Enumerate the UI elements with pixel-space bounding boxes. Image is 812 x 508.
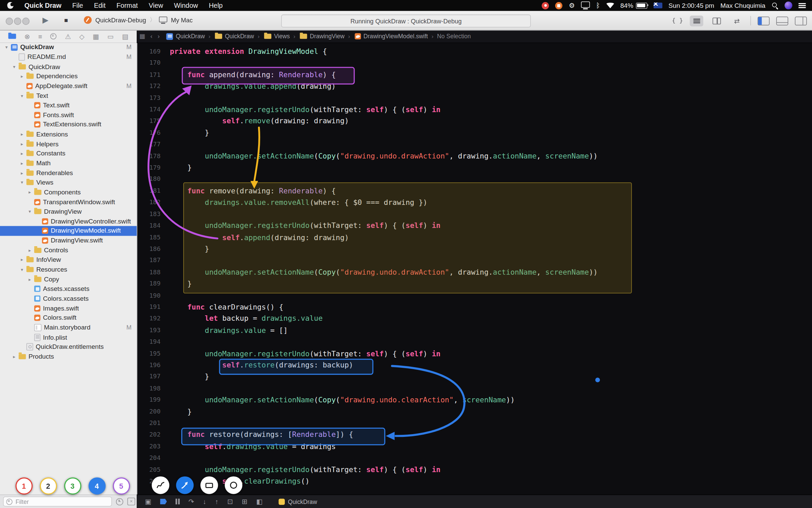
quickdraw-color-button-1[interactable]: 1 bbox=[15, 478, 32, 495]
disclosure-triangle[interactable]: ▸ bbox=[19, 141, 25, 146]
status-orange-app-icon[interactable] bbox=[555, 2, 562, 9]
code-line-185[interactable]: 185 self.append(drawing: drawing) bbox=[137, 231, 812, 243]
status-red-app-icon[interactable] bbox=[542, 2, 549, 9]
back-button[interactable]: ‹ bbox=[150, 33, 152, 40]
sidebar-item-drawingview-swift[interactable]: DrawingView.swift bbox=[0, 236, 137, 246]
disclosure-triangle[interactable]: ▸ bbox=[19, 257, 25, 262]
code-line-197[interactable]: 197 } bbox=[137, 371, 812, 382]
process-label[interactable]: QuickDraw bbox=[278, 499, 317, 505]
filter-input[interactable] bbox=[15, 498, 89, 505]
breadcrumb-item-no-selection[interactable]: No Selection bbox=[437, 33, 471, 39]
disclosure-triangle[interactable]: ▾ bbox=[3, 45, 10, 50]
code-editor[interactable]: 169private extension DrawingViewModel {1… bbox=[137, 43, 812, 495]
code-line-202[interactable]: 202 func restore(drawings: [Renderable])… bbox=[137, 429, 812, 440]
sidebar-item-extensions[interactable]: ▸Extensions bbox=[0, 129, 137, 139]
sidebar-item-views[interactable]: ▾Views bbox=[0, 178, 137, 188]
menu-format[interactable]: Format bbox=[116, 2, 138, 9]
code-line-189[interactable]: 189 } bbox=[137, 278, 812, 290]
code-line-184[interactable]: 184 undoManager.registerUndo(withTarget:… bbox=[137, 220, 812, 231]
code-line-177[interactable]: 177 bbox=[137, 139, 812, 150]
clear-filter-icon[interactable]: × bbox=[128, 498, 135, 505]
code-line-183[interactable]: 183 bbox=[137, 208, 812, 220]
display-icon[interactable] bbox=[581, 2, 590, 8]
code-review-icon[interactable]: { } bbox=[672, 17, 683, 24]
sidebar-item-images-swift[interactable]: Images.swift bbox=[0, 303, 137, 313]
disclosure-triangle[interactable]: ▾ bbox=[19, 180, 25, 185]
disclosure-triangle[interactable]: ▸ bbox=[26, 248, 33, 253]
sidebar-item-text-swift[interactable]: Text.swift bbox=[0, 101, 137, 110]
sidebar-item-drawingviewcontroller-swift[interactable]: DrawingViewController.swift bbox=[0, 216, 137, 226]
tab-debug[interactable]: ▦ bbox=[93, 33, 99, 40]
toggle-navigator-button[interactable] bbox=[758, 16, 769, 25]
code-line-195[interactable]: 195 undoManager.registerUndo(withTarget:… bbox=[137, 347, 812, 359]
run-button[interactable]: ▶ bbox=[43, 16, 49, 25]
sidebar-item-fonts-swift[interactable]: Fonts.swift bbox=[0, 110, 137, 120]
siri-icon[interactable] bbox=[785, 2, 792, 9]
scribble-tool-button[interactable] bbox=[152, 477, 169, 494]
step-into-icon[interactable]: ↓ bbox=[203, 498, 206, 505]
code-line-200[interactable]: 200 } bbox=[137, 406, 812, 417]
code-line-203[interactable]: 203 self.drawings.value = drawings bbox=[137, 441, 812, 452]
arrow-tool-button[interactable] bbox=[176, 477, 194, 494]
sidebar-item-readme-md[interactable]: README.mdM bbox=[0, 52, 137, 62]
quickdraw-color-button-3[interactable]: 3 bbox=[64, 478, 81, 495]
user-menu[interactable]: Max Chuquimia bbox=[720, 2, 765, 9]
tab-reports[interactable]: ▤ bbox=[122, 33, 129, 40]
quickdraw-color-button-2[interactable]: 2 bbox=[40, 478, 57, 495]
step-out-icon[interactable]: ↑ bbox=[215, 498, 219, 505]
ellipse-tool-button[interactable] bbox=[225, 477, 242, 494]
disclosure-triangle[interactable]: ▸ bbox=[19, 170, 25, 175]
code-line-199[interactable]: 199 undoManager.setActionName(Copy("draw… bbox=[137, 394, 812, 406]
add-editor-button[interactable] bbox=[710, 15, 723, 26]
disclosure-triangle[interactable]: ▸ bbox=[19, 161, 25, 166]
disclosure-triangle[interactable]: ▸ bbox=[11, 354, 18, 359]
sidebar-item-copy[interactable]: ▸Copy bbox=[0, 274, 137, 284]
stop-button[interactable]: ■ bbox=[64, 17, 68, 24]
sidebar-item-colors-swift[interactable]: Colors.swift bbox=[0, 313, 137, 323]
window-zoom-button[interactable] bbox=[22, 18, 29, 25]
view-hierarchy-icon[interactable]: ⊡ bbox=[227, 498, 233, 505]
breadcrumb-item-quickdraw[interactable]: QuickDraw bbox=[165, 33, 205, 40]
wrench-icon[interactable]: ⚙ bbox=[569, 2, 575, 9]
disclosure-triangle[interactable]: ▾ bbox=[19, 267, 25, 272]
battery-indicator[interactable]: 84% bbox=[620, 2, 647, 9]
code-line-175[interactable]: 175 self.remove(drawing: drawing) bbox=[137, 115, 812, 127]
breadcrumb-item-quickdraw[interactable]: QuickDraw bbox=[214, 33, 254, 39]
code-line-193[interactable]: 193 drawings.value = [] bbox=[137, 324, 812, 336]
tab-source-control[interactable]: ⊗ bbox=[24, 33, 30, 40]
code-line-182[interactable]: 182 drawings.value.removeAll(where: { $0… bbox=[137, 197, 812, 208]
menu-window[interactable]: Window bbox=[174, 2, 198, 9]
code-line-205[interactable]: 205 undoManager.registerUndo(withTarget:… bbox=[137, 464, 812, 475]
version-editor-button[interactable]: ⇄ bbox=[730, 15, 744, 26]
disclosure-triangle[interactable]: ▸ bbox=[26, 190, 33, 195]
code-line-198[interactable]: 198 bbox=[137, 382, 812, 394]
sidebar-item-quickdraw[interactable]: ▾QuickDrawM bbox=[0, 43, 137, 52]
code-line-172[interactable]: 172 drawings.value.append(drawing) bbox=[137, 81, 812, 92]
sidebar-item-quickdraw-entitlements[interactable]: QuickDraw.entitlements bbox=[0, 342, 137, 352]
code-line-191[interactable]: 191 func clearDrawings() { bbox=[137, 301, 812, 313]
sidebar-item-renderables[interactable]: ▸Renderables bbox=[0, 168, 137, 178]
sidebar-item-products[interactable]: ▸Products bbox=[0, 352, 137, 362]
menu-file[interactable]: File bbox=[72, 2, 83, 9]
menu-clock[interactable]: Sun 2:00:45 pm bbox=[669, 2, 714, 9]
apple-menu-icon[interactable] bbox=[7, 2, 13, 9]
tab-breakpoints[interactable]: ▭ bbox=[107, 33, 114, 40]
sidebar-item-appdelegate-swift[interactable]: AppDelegate.swiftM bbox=[0, 81, 137, 91]
menu-view[interactable]: View bbox=[149, 2, 163, 9]
tab-symbols[interactable]: ≡ bbox=[38, 33, 42, 40]
step-over-icon[interactable]: ↷ bbox=[188, 498, 194, 505]
breadcrumb-item-drawingview[interactable]: DrawingView bbox=[299, 33, 345, 39]
code-area[interactable]: 169private extension DrawingViewModel {1… bbox=[137, 46, 812, 487]
disclosure-triangle[interactable]: ▾ bbox=[26, 209, 33, 214]
code-line-174[interactable]: 174 undoManager.registerUndo(withTarget:… bbox=[137, 104, 812, 115]
window-minimize-button[interactable] bbox=[14, 18, 21, 25]
code-line-192[interactable]: 192 let backup = drawings.value bbox=[137, 313, 812, 324]
disclosure-triangle[interactable]: ▾ bbox=[11, 64, 18, 69]
code-line-186[interactable]: 186 } bbox=[137, 243, 812, 255]
disclosure-triangle[interactable]: ▸ bbox=[19, 132, 25, 137]
editor-options-button[interactable] bbox=[690, 15, 703, 26]
bluetooth-icon[interactable]: ᛒ bbox=[596, 2, 600, 9]
code-line-170[interactable]: 170 bbox=[137, 57, 812, 69]
toggle-inspector-button[interactable] bbox=[795, 16, 807, 25]
sidebar-item-constants[interactable]: ▸Constants bbox=[0, 149, 137, 158]
